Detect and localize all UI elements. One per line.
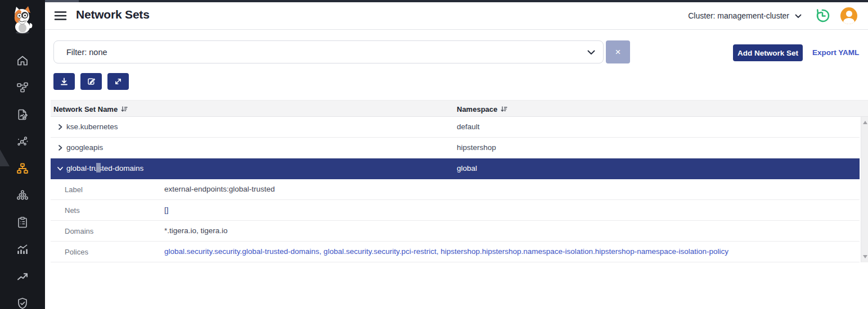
calico-cat-logo-icon (7, 4, 38, 36)
network-sets-icon (17, 164, 28, 174)
scroll-up-arrow-icon[interactable] (863, 121, 867, 124)
header-right-group: Cluster: management-cluster (688, 2, 857, 29)
text-cursor-artifact (96, 163, 101, 172)
sidebar-item-timeline[interactable] (16, 270, 29, 283)
table-row[interactable]: kse.kubernetes default (51, 117, 860, 138)
sidebar (0, 0, 45, 309)
edit-button[interactable] (80, 73, 102, 90)
page-title: Network Sets (76, 8, 150, 21)
download-icon (61, 79, 67, 85)
detail-row: Nets [] (51, 200, 860, 221)
hamburger-icon (55, 12, 66, 20)
chevron-down-icon (795, 11, 802, 20)
detail-row: Domains *.tigera.io, tigera.io (51, 221, 860, 242)
cluster-selector-label: Cluster: management-cluster (688, 11, 789, 20)
cluster-selector[interactable]: Cluster: management-cluster (688, 11, 802, 20)
column-header-network-set-name[interactable]: Network Set Name (53, 101, 128, 117)
clusters-icon (17, 190, 28, 199)
sort-icon (501, 106, 507, 112)
column-label: Namespace (457, 105, 497, 113)
network-set-name: global-trusted-domains (66, 164, 143, 172)
detail-row: Polices global.security.security.global-… (51, 242, 860, 262)
sidebar-item-policies[interactable] (16, 108, 29, 121)
expand-icon (116, 79, 120, 84)
app-window: Network Sets Cluster: management-cluster… (0, 0, 868, 309)
chevron-down-icon (56, 165, 64, 175)
filter-select[interactable]: Filter: none (53, 40, 604, 63)
download-button[interactable] (53, 73, 75, 90)
shield-check-icon (19, 298, 26, 308)
export-yaml-link[interactable]: Export YAML (812, 48, 859, 57)
detail-value: external-endpoints:global-trusted (164, 185, 275, 193)
home-icon (18, 57, 27, 65)
add-network-set-button[interactable]: Add Network Set (733, 44, 803, 61)
namespace: global (457, 164, 477, 172)
policies-icon (19, 110, 27, 120)
chevron-right-icon (56, 144, 64, 154)
detail-label: Polices (65, 248, 88, 256)
compliance-icon (19, 217, 26, 228)
network-set-name: kse.kubernetes (66, 122, 118, 131)
detail-value: *.tigera.io, tigera.io (164, 226, 228, 235)
detail-label: Label (65, 185, 83, 194)
history-button[interactable] (814, 7, 831, 24)
sidebar-item-home[interactable] (16, 54, 29, 67)
detail-label: Nets (65, 206, 80, 215)
detail-label: Domains (65, 227, 93, 235)
detail-value: [] (164, 206, 169, 214)
sidebar-item-compliance[interactable] (16, 216, 29, 229)
sidebar-item-dashboard[interactable] (16, 243, 29, 256)
column-header-namespace[interactable]: Namespace (457, 101, 507, 117)
filter-value: Filter: none (66, 48, 587, 57)
detail-value-policy-links[interactable]: global.security.security.global-trusted-… (164, 247, 728, 256)
hamburger-menu-button[interactable] (54, 10, 67, 22)
chevron-right-icon (56, 123, 64, 133)
column-label: Network Set Name (53, 105, 118, 113)
edit-icon (88, 79, 95, 84)
table-action-buttons (53, 73, 129, 90)
namespace: default (457, 122, 480, 131)
detail-row: Label external-endpoints:global-trusted (51, 179, 860, 200)
table-header: Network Set Name Namespace (51, 100, 868, 117)
sidebar-item-service-graph[interactable] (16, 135, 29, 148)
sidebar-item-threat-defense[interactable] (16, 297, 29, 309)
namespace: hipstershop (457, 143, 496, 152)
table-scrollbar[interactable] (861, 117, 868, 262)
app-header: Network Sets Cluster: management-cluster (45, 2, 868, 30)
clear-filter-button[interactable]: × (606, 40, 630, 63)
sidebar-item-network-sets[interactable] (16, 162, 29, 175)
table-row-selected[interactable]: global-trusted-domains global (51, 158, 860, 179)
dashboard-icon (18, 245, 27, 254)
network-set-name: googleapis (66, 143, 103, 152)
chevron-down-icon (587, 47, 595, 57)
timeline-icon (18, 274, 27, 279)
history-icon (817, 10, 829, 21)
sidebar-item-network-topology[interactable] (16, 81, 29, 94)
sidebar-corner-artifact (0, 149, 10, 166)
table-row[interactable]: googleapis hipstershop (51, 138, 860, 158)
network-topology-icon (17, 83, 28, 92)
sort-icon (121, 106, 128, 112)
expand-button[interactable] (107, 73, 129, 90)
user-avatar-button[interactable] (840, 7, 857, 24)
service-graph-icon (18, 137, 28, 145)
sidebar-item-clusters[interactable] (16, 189, 29, 202)
scroll-down-arrow-icon[interactable] (863, 255, 867, 258)
